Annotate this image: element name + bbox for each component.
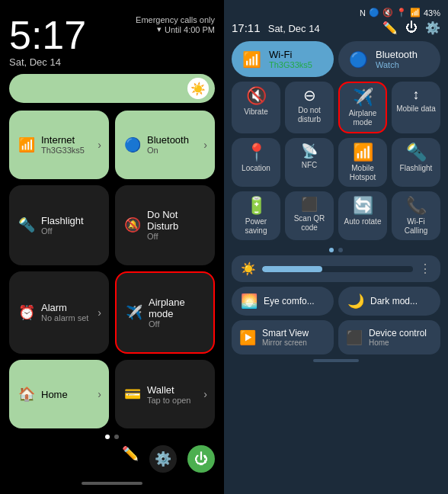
tile-alarm[interactable]: ⏰ Alarm No alarm set › [9,271,109,354]
qs-auto-rotate[interactable]: 🔄 Auto rotate [338,191,387,240]
internet-icon: 📶 [18,136,35,153]
qs-dnd[interactable]: ⊖ Do not disturb [285,82,334,133]
qs-airplane[interactable]: ✈️ Airplane mode [338,82,387,133]
dot-1 [105,435,110,439]
hotspot-label: Mobile Hotspot [341,164,384,182]
quick-settings-grid: 📶 Internet Th3G33ks5 › 🔵 Bluetooth On › … [9,111,215,428]
tile-bluetooth[interactable]: 🔵 Bluetooth On › [115,111,215,179]
flashlight-qs-label: Flashlight [400,164,433,173]
power-saving-label: Power saving [235,217,277,236]
power-button[interactable]: ⏻ [187,445,215,473]
airplane-qs-label: Airplane mode [343,109,382,127]
header-action-icons: ✏️ ⏻ ⚙️ [382,21,440,35]
emergency-text: Emergency calls only [136,15,215,24]
nfc-qs-label: NFC [302,161,318,170]
brightness-handle[interactable]: ☀️ [187,78,209,99]
location-qs-icon: 📍 [246,144,267,161]
airplane-title: Airplane mode [149,297,204,319]
right-home-bar [313,359,359,362]
dnd-icon: 🔕 [124,217,141,233]
wifi-icon: ▾ [157,24,162,34]
left-header-info: Emergency calls only ▾ Until 4:00 PM [136,15,215,34]
qs-hotspot[interactable]: 📶 Mobile Hotspot [338,138,387,187]
qs-nfc[interactable]: 📡 NFC [285,138,334,187]
flashlight-icon: 🔦 [18,217,35,233]
location-qs-label: Location [242,164,270,173]
tile-home[interactable]: 🏠 Home › [9,360,109,428]
dark-mode-title: Dark mod... [370,296,418,306]
bottom-actions: ✏️ ⚙️ ⏻ [9,442,215,476]
qs-grid-1: 🔇 Vibrate ⊖ Do not disturb ✈️ Airplane m… [232,82,440,240]
bt-status-icon: 🔵 [369,8,379,18]
qs-bluetooth-tile[interactable]: 🔵 Bluetooth Watch [338,41,440,77]
qs-wifi-tile[interactable]: 📶 Wi-Fi Th3G33ks5 [232,41,334,77]
internet-sub: Th3G33ks5 [41,146,85,155]
auto-rotate-icon: 🔄 [353,197,373,214]
qs-mobile-data[interactable]: ↕️ Mobile data [392,82,440,133]
settings-button[interactable]: ⚙️ [149,445,177,473]
qs-flashlight[interactable]: 🔦 Flashlight [392,138,440,187]
bluetooth-sub: On [147,146,189,155]
smart-view-sub: Mirror screen [262,338,309,347]
right-time-date: 17:11 Sat, Dec 14 [232,21,320,34]
device-control-tile[interactable]: ⬛ Device control Home [338,320,440,354]
right-page-dots [232,248,440,252]
brightness-menu-icon[interactable]: ⋮ [419,261,431,276]
wifi-calling-label: Wi-Fi Calling [395,217,437,236]
brightness-section[interactable]: ☀️ ⋮ [232,255,440,282]
settings-icon[interactable]: ⚙️ [425,21,440,35]
mobile-data-icon: ↕️ [413,88,420,101]
home-arrow: › [98,388,101,400]
bottom-row: ▶️ Smart View Mirror screen ⬛ Device con… [232,320,440,354]
dnd-sub: Off [147,232,206,241]
smart-view-tile[interactable]: ▶️ Smart View Mirror screen [232,320,334,354]
smart-view-title: Smart View [262,328,309,338]
wifi-calling-icon: 📞 [406,197,427,214]
qs-scan-qr[interactable]: ⬛ Scan QR code [285,191,334,240]
brightness-qs-icon: ☀️ [241,261,256,276]
wallet-sub: Tap to open [147,396,191,405]
device-control-sub: Home [369,338,427,347]
qs-wifi-calling[interactable]: 📞 Wi-Fi Calling [392,191,440,240]
qs-power-saving[interactable]: 🔋 Power saving [232,191,280,240]
right-dot-1 [329,248,334,252]
qs-location[interactable]: 📍 Location [232,138,280,187]
eye-comfort-tile[interactable]: 🌅 Eye comfo... [232,287,334,316]
dark-mode-icon: 🌙 [347,293,364,310]
tile-airplane[interactable]: ✈️ Airplane mode Off [115,271,215,354]
vibrate-icon: 🔇 [246,88,267,104]
wallet-icon: 💳 [124,386,141,403]
right-panel: N 🔵 🔇 📍 📶 43% 17:11 Sat, Dec 14 ✏️ ⏻ ⚙️ … [224,0,448,494]
status-bar: N 🔵 🔇 📍 📶 43% [232,8,440,18]
qs-vibrate[interactable]: 🔇 Vibrate [232,82,280,133]
power-saving-icon: 🔋 [246,197,267,214]
battery-text: 43% [424,8,440,18]
brightness-track[interactable] [262,266,413,272]
wallet-title: Wallet [147,384,191,396]
dnd-title: Do Not Disturb [147,209,206,232]
tile-wallet[interactable]: 💳 Wallet Tap to open › [115,360,215,428]
mute-status-icon: 🔇 [382,8,393,18]
right-time: 17:11 [232,21,261,34]
bluetooth-arrow: › [203,139,207,151]
extras-row: 🌅 Eye comfo... 🌙 Dark mod... [232,287,440,316]
device-control-title: Device control [369,328,427,338]
dot-2 [114,435,119,439]
airplane-sub: Off [149,319,204,329]
device-control-icon: ⬛ [346,329,363,346]
qs-top-row: 📶 Wi-Fi Th3G33ks5 🔵 Bluetooth Watch [232,41,440,77]
until-text: Until 4:00 PM [165,25,215,34]
tile-dnd[interactable]: 🔕 Do Not Disturb Off [115,185,215,265]
tile-flashlight[interactable]: 🔦 Flashlight Off [9,185,109,265]
edit-icon[interactable]: ✏️ [122,445,139,473]
edit-icon[interactable]: ✏️ [382,21,398,35]
bluetooth-qs-icon: 🔵 [349,52,368,67]
power-icon[interactable]: ⏻ [405,21,418,35]
bt-qs-sub: Watch [376,60,418,69]
brightness-slider[interactable]: ☀️ [9,74,215,103]
until-info: ▾ Until 4:00 PM [136,24,215,34]
tile-internet[interactable]: 📶 Internet Th3G33ks5 › [9,111,109,179]
dark-mode-tile[interactable]: 🌙 Dark mod... [338,287,440,316]
airplane-icon: ✈️ [126,304,142,321]
airplane-qs-icon: ✈️ [353,89,373,106]
